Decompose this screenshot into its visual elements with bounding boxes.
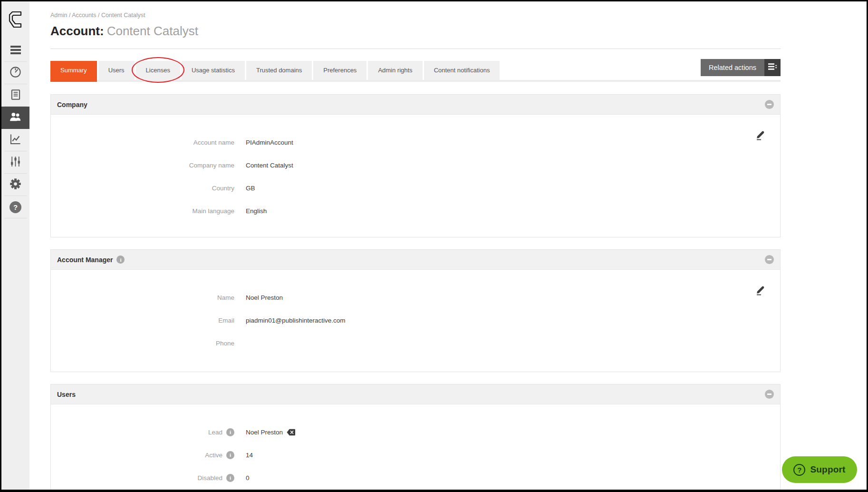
info-icon[interactable]: i — [226, 474, 234, 482]
help-icon: ? — [10, 201, 21, 213]
tab-users[interactable]: Users — [98, 61, 135, 80]
tab-summary[interactable]: Summary — [50, 61, 97, 82]
edit-icon[interactable] — [754, 284, 767, 298]
sidebar-item-settings[interactable] — [1, 174, 29, 196]
field-value: GB — [246, 185, 255, 192]
hamburger-icon — [10, 45, 21, 57]
field-value: Noel Preston — [246, 429, 295, 436]
remove-lead-icon[interactable] — [287, 429, 295, 436]
field-label: Lead i — [51, 428, 234, 436]
field-value: English — [246, 207, 267, 215]
section-title: Account Manager — [57, 256, 113, 264]
field-row: Name Noel Preston — [51, 291, 780, 304]
sidebar-item-reports[interactable] — [1, 84, 29, 107]
section-users-body: Lead i Noel Preston Active i — [51, 404, 780, 492]
field-value: piadmin01@publishinteractive.com — [246, 317, 346, 324]
list-caret-icon — [768, 63, 777, 72]
tab-licenses[interactable]: Licenses — [136, 61, 180, 80]
section-title: Company — [57, 101, 87, 108]
page-title: Account:Content Catalyst — [50, 24, 781, 39]
field-row: Main language English — [51, 204, 780, 217]
section-company: Company Account name PIAdminAccount Comp… — [50, 94, 781, 237]
sidebar-item-analytics[interactable] — [1, 129, 29, 151]
field-label: Email — [51, 317, 234, 324]
support-button[interactable]: ? Support — [782, 456, 857, 483]
document-icon — [10, 89, 22, 103]
section-account-manager-body: Name Noel Preston Email piadmin01@publis… — [51, 270, 780, 372]
tab-bar: Summary Users Licenses Usage statistics … — [50, 61, 781, 82]
breadcrumb[interactable]: Admin / Accounts / Content Catalyst — [50, 12, 781, 19]
tab-trusted-domains[interactable]: Trusted domains — [246, 61, 312, 80]
info-icon[interactable]: i — [116, 256, 125, 264]
sidebar: ? — [1, 1, 29, 490]
gear-icon — [9, 177, 22, 192]
support-label: Support — [810, 464, 845, 475]
sidebar-item-accounts[interactable] — [1, 107, 29, 129]
edit-icon[interactable] — [754, 128, 767, 143]
support-help-icon: ? — [793, 464, 805, 476]
section-users-header: Users — [51, 384, 780, 404]
field-row: Country GB — [51, 181, 780, 195]
field-row: Account name PIAdminAccount — [51, 136, 780, 149]
field-row: Disabled i 0 — [51, 471, 780, 484]
field-label: Phone — [51, 340, 234, 347]
main-content: Admin / Accounts / Content Catalyst Acco… — [50, 0, 781, 492]
field-row: Email piadmin01@publishinteractive.com — [51, 314, 780, 327]
section-account-manager-header: Account Manager i — [51, 250, 780, 270]
title-divider — [50, 49, 781, 49]
field-value: Content Catalyst — [246, 162, 293, 169]
field-label: Main language — [51, 207, 234, 215]
page-title-value: Content Catalyst — [107, 24, 198, 38]
sidebar-item-dashboard[interactable] — [1, 62, 29, 84]
field-label: Name — [51, 294, 234, 301]
sidebar-item-preferences[interactable] — [1, 151, 29, 174]
field-row: Phone — [51, 336, 780, 350]
sidebar-item-help[interactable]: ? — [1, 196, 29, 218]
field-row: Company name Content Catalyst — [51, 158, 780, 172]
tab-usage-statistics[interactable]: Usage statistics — [182, 61, 245, 80]
field-label: Active i — [51, 451, 234, 459]
sidebar-item-menu[interactable] — [1, 39, 29, 62]
field-value: 14 — [246, 452, 253, 459]
collapse-icon[interactable] — [765, 255, 774, 264]
field-label: Company name — [51, 162, 234, 169]
field-label: Country — [51, 185, 234, 192]
section-company-body: Account name PIAdminAccount Company name… — [51, 115, 780, 237]
tab-admin-rights[interactable]: Admin rights — [368, 61, 422, 80]
section-users: Users Lead i Noel Preston — [50, 384, 781, 492]
gauge-icon — [9, 66, 22, 80]
logo-icon — [6, 9, 25, 32]
field-value: 0 — [246, 474, 250, 482]
field-value: PIAdminAccount — [246, 139, 293, 146]
related-actions-menu-button[interactable] — [764, 59, 781, 76]
line-chart-icon — [9, 133, 22, 148]
tab-content-notifications[interactable]: Content notifications — [424, 61, 500, 80]
field-label: Account name — [51, 139, 234, 146]
section-title: Users — [57, 391, 76, 398]
related-actions-button[interactable]: Related actions — [701, 59, 781, 76]
info-icon[interactable]: i — [226, 428, 234, 436]
page-title-label: Account: — [50, 24, 104, 38]
related-actions-label: Related actions — [701, 59, 764, 76]
collapse-icon[interactable] — [765, 390, 774, 399]
field-label: Disabled i — [51, 474, 234, 482]
tab-preferences[interactable]: Preferences — [313, 61, 366, 80]
field-value: Noel Preston — [246, 294, 283, 301]
field-row: Active i 14 — [51, 448, 780, 462]
section-account-manager: Account Manager i Name Noel Preston Emai… — [50, 249, 781, 372]
section-company-header: Company — [51, 95, 780, 115]
collapse-icon[interactable] — [765, 100, 774, 109]
users-icon — [9, 111, 22, 125]
info-icon[interactable]: i — [226, 451, 234, 459]
app-logo[interactable] — [1, 1, 29, 39]
sliders-icon — [10, 155, 21, 170]
field-row: Lead i Noel Preston — [51, 425, 780, 439]
